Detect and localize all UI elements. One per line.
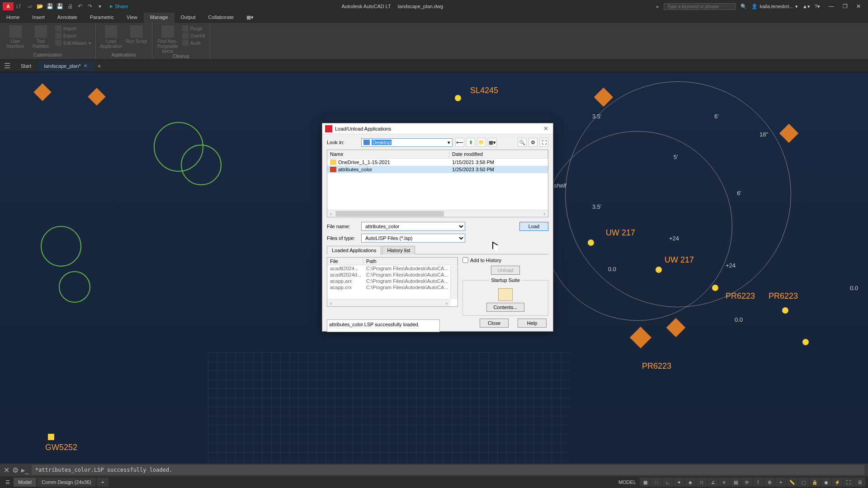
dialog-close-button[interactable]: ✕ xyxy=(541,125,550,132)
loaded-row[interactable]: acapp.arxC:\Program Files\Autodesk\AutoC… xyxy=(327,278,458,284)
horizontal-scrollbar[interactable]: ‹ › xyxy=(327,210,548,217)
col-path[interactable]: Path xyxy=(363,258,458,265)
open-icon[interactable]: 📂 xyxy=(36,2,45,10)
tab-manage[interactable]: Manage xyxy=(144,13,175,23)
audit-button[interactable]: Audit xyxy=(182,40,205,46)
loaded-row[interactable]: acadlt2024...C:\Program Files\Autodesk\A… xyxy=(327,265,458,272)
plot-icon[interactable]: 🖨 xyxy=(66,2,75,10)
file-row[interactable]: attributes_color 1/25/2023 3:50 PM xyxy=(327,166,548,173)
load-application-button[interactable]: Load Application xyxy=(100,25,122,49)
units-icon[interactable]: 📏 xyxy=(787,478,797,487)
customize-icon[interactable]: ☰ xyxy=(854,478,865,487)
run-script-button[interactable]: Run Script xyxy=(126,25,147,44)
vertical-scrollbar[interactable] xyxy=(450,266,458,299)
selection-cycling-icon[interactable]: ⟳ xyxy=(741,478,752,487)
isodraft-icon[interactable]: ◈ xyxy=(685,478,696,487)
share-button[interactable]: ➤ Share xyxy=(109,4,128,9)
overkill-button[interactable]: Overkill xyxy=(182,33,205,39)
loaded-row[interactable]: acadlt2024d...C:\Program Files\Autodesk\… xyxy=(327,272,458,278)
tab-history-list[interactable]: History list xyxy=(382,246,415,254)
close-button[interactable]: Close xyxy=(480,319,509,328)
scroll-right-icon[interactable]: › xyxy=(541,211,548,216)
polar-icon[interactable]: ✦ xyxy=(674,478,684,487)
export-button[interactable]: Export xyxy=(55,33,91,39)
tab-output[interactable]: Output xyxy=(175,13,202,23)
lineweight-icon[interactable]: ≡ xyxy=(719,478,730,487)
new-folder-button[interactable]: 📁 xyxy=(477,138,486,147)
filetab-menu-icon[interactable]: ☰ xyxy=(0,61,14,70)
tab-home[interactable]: Home xyxy=(0,13,26,23)
briefcase-icon[interactable] xyxy=(498,288,513,301)
unload-button[interactable]: Unload xyxy=(491,266,520,275)
file-browser[interactable]: Name Date modified OneDrive_1_1-15-2021 … xyxy=(327,150,548,217)
help-icon[interactable]: ?▾ xyxy=(815,4,820,9)
autodesk-app-icon[interactable]: ▲▾ xyxy=(802,4,810,9)
model-space-label[interactable]: MODEL xyxy=(618,479,636,485)
restore-button[interactable]: ❐ xyxy=(838,0,852,13)
horizontal-scrollbar[interactable]: ‹ › xyxy=(327,299,450,306)
dialog-titlebar[interactable]: Load/Unload Applications ✕ xyxy=(322,123,553,134)
close-button[interactable]: ✕ xyxy=(852,0,865,13)
scroll-left-icon[interactable]: ‹ xyxy=(327,211,335,216)
import-button[interactable]: Import xyxy=(55,25,91,32)
ortho-icon[interactable]: ∟ xyxy=(662,478,673,487)
tab-start[interactable]: Start xyxy=(14,61,38,71)
otrack-icon[interactable]: ∠ xyxy=(708,478,718,487)
tab-annotate[interactable]: Annotate xyxy=(51,13,84,23)
edit-aliases-button[interactable]: Edit Aliases▾ xyxy=(55,40,91,46)
minimize-button[interactable]: — xyxy=(825,0,838,13)
cmdline-customize-icon[interactable]: ⚙ xyxy=(12,466,19,474)
lock-ui-icon[interactable]: 🔒 xyxy=(809,478,820,487)
find-nonpurgeable-button[interactable]: Find Non-Purgeable Items xyxy=(157,25,179,54)
tab-loaded-applications[interactable]: Loaded Applications xyxy=(327,246,381,254)
annotation-scale-icon[interactable]: ⟟ xyxy=(753,478,764,487)
clean-screen-icon[interactable]: ⛶ xyxy=(843,478,854,487)
grid-icon[interactable]: ▦ xyxy=(640,478,651,487)
layout-tab-model[interactable]: Model xyxy=(14,478,36,487)
hardware-accel-icon[interactable]: ⚡ xyxy=(832,478,843,487)
search-web-button[interactable]: 🔍 xyxy=(518,138,527,147)
checkbox-input[interactable] xyxy=(462,257,468,263)
qat-dropdown-icon[interactable]: ▾ xyxy=(95,2,104,10)
col-file[interactable]: File xyxy=(327,258,363,265)
file-row[interactable]: OneDrive_1_1-15-2021 1/15/2021 3:58 PM xyxy=(327,159,548,166)
scroll-left-icon[interactable]: ‹ xyxy=(327,300,335,306)
layout-menu-icon[interactable]: ☰ xyxy=(3,479,13,485)
col-name[interactable]: Name xyxy=(327,150,449,158)
filename-input[interactable]: attributes_color xyxy=(361,222,465,231)
add-tab-button[interactable]: + xyxy=(94,62,105,70)
layout-add-button[interactable]: + xyxy=(97,478,108,487)
tab-collaborate[interactable]: Collaborate xyxy=(202,13,240,23)
filetype-dropdown[interactable]: AutoLISP Files (*.lsp) xyxy=(361,234,465,243)
add-to-history-checkbox[interactable]: Add to History xyxy=(462,257,501,263)
undo-icon[interactable]: ↶ xyxy=(75,2,85,10)
loaded-applications-list[interactable]: File Path acadlt2024...C:\Program Files\… xyxy=(327,257,458,307)
search-icon[interactable]: 🔍 xyxy=(741,4,747,9)
up-button[interactable]: ⬆ xyxy=(466,138,475,147)
layout-tab-comm-design[interactable]: Comm Design (24x36) xyxy=(37,478,96,487)
scroll-right-icon[interactable]: › xyxy=(443,300,450,306)
scroll-thumb[interactable] xyxy=(335,211,444,216)
close-icon[interactable]: ✕ xyxy=(84,63,87,68)
help-button[interactable]: Help xyxy=(518,319,547,328)
contents-button[interactable]: Contents... xyxy=(486,303,524,312)
loaded-row[interactable]: acapp.crxC:\Program Files\Autodesk\AutoC… xyxy=(327,284,458,291)
cmdline-recent-icon[interactable]: ▸_ xyxy=(21,466,29,474)
tab-parametric[interactable]: Parametric xyxy=(84,13,120,23)
transparency-icon[interactable]: ▤ xyxy=(730,478,741,487)
tab-landscape-plan[interactable]: landscape_plan* ✕ xyxy=(38,61,93,71)
saveas-icon[interactable]: 💾 xyxy=(56,2,65,10)
signin-caret-icon[interactable]: ▸ xyxy=(656,4,659,9)
command-input[interactable] xyxy=(32,465,864,475)
tab-featured-apps[interactable]: ▦▾ xyxy=(240,13,260,23)
user-interface-button[interactable]: User Interface xyxy=(5,25,26,49)
save-icon[interactable]: 💾 xyxy=(46,2,55,10)
load-button[interactable]: Load xyxy=(519,222,548,231)
col-date[interactable]: Date modified xyxy=(449,150,548,158)
user-menu[interactable]: 👤 kaila.tenedori... ▾ xyxy=(751,4,798,9)
redo-icon[interactable]: ↷ xyxy=(85,2,94,10)
workspace-icon[interactable]: ⚙ xyxy=(764,478,775,487)
tool-palettes-button[interactable]: Tool Palettes xyxy=(30,25,52,49)
tools-button[interactable]: ⚙ xyxy=(528,138,538,147)
back-button[interactable]: ⟵ xyxy=(455,138,464,147)
